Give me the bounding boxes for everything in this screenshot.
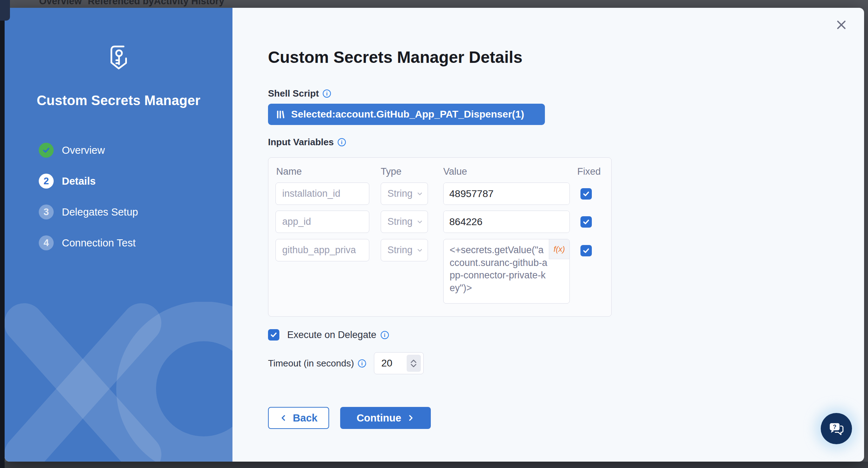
variable-type-select[interactable]: String <box>381 239 428 261</box>
shell-script-label: Shell Script <box>268 88 319 99</box>
template-library-icon <box>276 110 285 119</box>
svg-text:?: ? <box>833 424 836 430</box>
variable-name-input[interactable] <box>275 211 369 233</box>
custom-secrets-manager-modal: Custom Secrets Manager Overview 2 Detail… <box>5 8 864 462</box>
variable-value-expression-box[interactable]: f(x) <+secrets.getValue("account.suranc-… <box>443 239 570 304</box>
fixed-checkbox[interactable] <box>580 245 592 256</box>
info-icon[interactable]: i <box>358 359 366 368</box>
step-overview[interactable]: Overview <box>39 143 138 158</box>
chevron-down-icon <box>416 218 423 225</box>
info-icon[interactable]: i <box>323 89 331 98</box>
check-icon <box>582 218 590 226</box>
expression-fx-button[interactable]: f(x) <box>549 239 569 259</box>
step-label: Connection Test <box>62 237 135 249</box>
harness-logo-watermark <box>5 302 232 462</box>
info-icon[interactable]: i <box>338 138 346 146</box>
step-label: Overview <box>62 145 105 156</box>
variable-value-group <box>443 211 570 233</box>
wizard-steps: Overview 2 Details 3 Delegates Setup 4 C… <box>39 143 138 266</box>
wizard-sidebar: Custom Secrets Manager Overview 2 Detail… <box>5 8 232 462</box>
variable-type-select[interactable]: String <box>381 211 428 233</box>
continue-button[interactable]: Continue <box>340 407 431 429</box>
check-icon <box>270 331 278 339</box>
column-header-fixed: Fixed <box>577 166 601 177</box>
timeout-input[interactable] <box>374 358 407 369</box>
backdrop-bottom-strip <box>0 462 868 468</box>
back-button[interactable]: Back <box>268 407 329 429</box>
chevron-down-icon <box>416 190 423 197</box>
variable-type-select[interactable]: String <box>381 183 428 205</box>
chevron-right-icon <box>407 414 414 422</box>
step-label: Delegates Setup <box>62 206 138 218</box>
timeout-label: Timeout (in seconds) <box>268 358 354 369</box>
variable-type-value: String <box>387 245 413 256</box>
step-label: Details <box>62 175 96 187</box>
step-complete-icon <box>39 143 54 158</box>
variable-value-group <box>443 183 570 205</box>
column-header-type: Type <box>381 166 402 177</box>
tab-referenced-by[interactable]: Referenced by <box>88 0 154 6</box>
continue-button-label: Continue <box>357 412 401 424</box>
execute-on-delegate-checkbox[interactable] <box>268 329 279 341</box>
step-details[interactable]: 2 Details <box>39 174 138 189</box>
variable-name-input[interactable] <box>275 183 369 205</box>
variable-name-input[interactable] <box>275 239 369 261</box>
tab-activity-history[interactable]: Activity History <box>154 0 224 6</box>
backdrop-nav-logo-block <box>0 0 10 21</box>
tab-overview[interactable]: Overview <box>39 0 82 6</box>
variable-type-value: String <box>387 188 413 199</box>
timeout-input-box <box>374 352 424 374</box>
sidebar-title: Custom Secrets Manager <box>5 93 232 108</box>
close-button[interactable] <box>834 17 849 33</box>
help-chat-icon: ? <box>826 418 847 439</box>
step-connection-test[interactable]: 4 Connection Test <box>39 235 138 250</box>
shell-script-selected-label: Selected:account.GitHub_App_PAT_Dispense… <box>291 109 524 120</box>
fixed-checkbox[interactable] <box>580 216 592 228</box>
fixed-checkbox[interactable] <box>580 188 592 200</box>
help-chat-button[interactable]: ? <box>821 413 852 444</box>
column-header-value: Value <box>443 166 467 177</box>
step-number: 3 <box>39 205 54 219</box>
page-title: Custom Secrets Manager Details <box>268 48 523 67</box>
shell-script-selected-chip[interactable]: Selected:account.GitHub_App_PAT_Dispense… <box>268 104 545 125</box>
variable-value-input[interactable] <box>444 183 570 205</box>
check-icon <box>582 247 590 255</box>
variable-value-input[interactable] <box>444 211 570 233</box>
chevron-down-icon <box>416 247 423 254</box>
secrets-manager-shield-key-icon <box>103 42 134 77</box>
input-variables-panel: Name Type Value Fixed String <box>268 157 612 317</box>
background-tabbar: Overview Referenced by Activity History <box>0 0 868 8</box>
stepper-up-icon <box>411 359 417 363</box>
step-number: 2 <box>39 174 54 189</box>
input-variables-label: Input Variables <box>268 137 334 148</box>
check-icon <box>582 190 590 198</box>
back-button-label: Back <box>293 412 317 424</box>
stepper-down-icon <box>411 364 417 368</box>
step-delegates-setup[interactable]: 3 Delegates Setup <box>39 205 138 219</box>
chevron-left-icon <box>280 414 288 422</box>
variable-type-value: String <box>387 216 413 227</box>
step-number: 4 <box>39 235 54 250</box>
timeout-stepper[interactable] <box>407 355 421 372</box>
info-icon[interactable]: i <box>381 331 389 339</box>
execute-on-delegate-label: Execute on Delegate <box>287 330 376 341</box>
backdrop-left-nav-strip <box>0 0 5 468</box>
column-header-name: Name <box>276 166 302 177</box>
close-icon <box>835 18 848 31</box>
